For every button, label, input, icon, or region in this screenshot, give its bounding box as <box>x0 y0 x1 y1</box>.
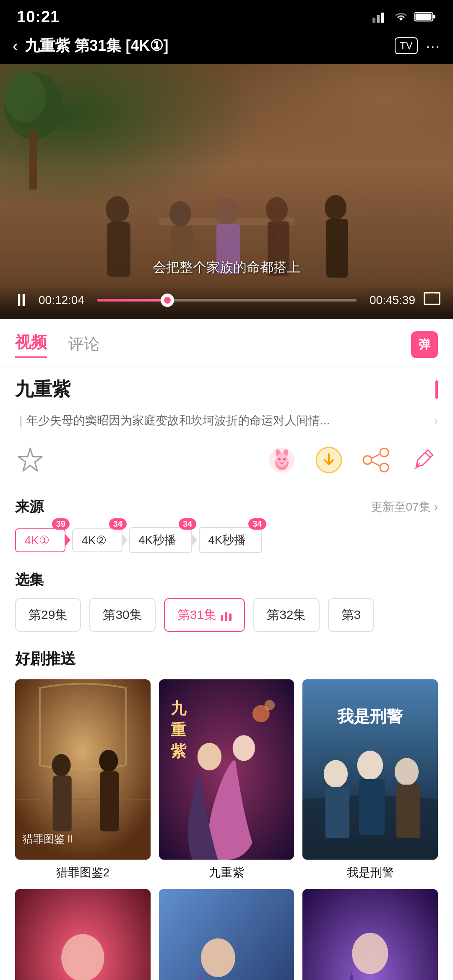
svg-rect-58 <box>325 787 349 838</box>
svg-point-12 <box>106 196 129 223</box>
source-update[interactable]: 更新至07集 › <box>371 499 438 515</box>
svg-point-50 <box>264 700 275 710</box>
episode-button-30[interactable]: 第30集 <box>89 598 155 632</box>
header-title: 九重紫 第31集 [4K①] <box>25 36 168 56</box>
svg-point-57 <box>324 760 348 788</box>
source-tags-row: 4K① 39 4K② 34 4K秒播 34 <box>15 525 438 555</box>
download-button[interactable] <box>314 445 344 475</box>
video-thumbnail: 会把整个家族的命都搭上 <box>0 64 453 319</box>
svg-point-43 <box>52 754 71 776</box>
svg-text:我是刑警: 我是刑警 <box>337 707 404 725</box>
recommend-item-1[interactable]: 猎罪图鉴 II 猎罪图鉴2 <box>15 679 151 881</box>
bar-2 <box>225 612 227 621</box>
source-tag-4k1[interactable]: 4K① 39 <box>15 525 65 555</box>
svg-rect-21 <box>326 219 348 278</box>
signal-icon <box>372 11 388 23</box>
svg-line-37 <box>372 462 380 466</box>
poster-4 <box>15 889 151 980</box>
recommend-item-6[interactable] <box>302 889 438 980</box>
poster-5 <box>159 889 294 980</box>
status-icons <box>372 11 436 23</box>
episode-button-32[interactable]: 第32集 <box>253 598 319 632</box>
svg-point-67 <box>201 938 235 977</box>
svg-point-30 <box>283 458 286 460</box>
header-left: ‹ 九重紫 第31集 [4K①] <box>13 36 168 56</box>
action-row <box>0 433 453 487</box>
svg-rect-62 <box>396 785 420 838</box>
svg-point-14 <box>169 201 191 226</box>
poster-3: 我是刑警 <box>302 679 438 860</box>
video-player[interactable]: 会把整个家族的命都搭上 ⏸ 00:12:04 00:45:39 <box>0 64 453 319</box>
recommend-title-2: 九重紫 <box>159 865 294 881</box>
tabs-left: 视频 评论 <box>15 332 100 358</box>
svg-rect-0 <box>372 18 375 23</box>
show-description: ｜年少失母的窦昭因为家庭变故和坎坷波折的命运对人间情... <box>15 413 430 429</box>
show-desc-row[interactable]: ｜年少失母的窦昭因为家庭变故和坎坷波折的命运对人间情... › <box>15 408 438 433</box>
character-icon-button[interactable] <box>267 445 297 475</box>
svg-text:紫: 紫 <box>171 743 187 760</box>
tab-video[interactable]: 视频 <box>15 332 47 358</box>
wifi-icon <box>393 11 409 23</box>
source-update-arrow: › <box>434 500 438 514</box>
danmu-button[interactable]: 弹 <box>411 331 438 358</box>
svg-point-51 <box>232 735 255 761</box>
svg-rect-46 <box>100 771 119 831</box>
show-info: 九重紫 ｜年少失母的窦昭因为家庭变故和坎坷波折的命运对人间情... › <box>0 367 453 433</box>
source-tag-4ksp2[interactable]: 4K秒播 34 <box>199 525 262 555</box>
source-label: 来源 <box>15 497 44 517</box>
svg-rect-13 <box>107 222 130 277</box>
fullscreen-button[interactable] <box>424 291 440 310</box>
source-section: 来源 更新至07集 › 4K① 39 4K② 34 <box>0 487 453 562</box>
tv-button[interactable]: TV <box>395 37 418 54</box>
progress-bar[interactable] <box>97 299 357 302</box>
back-button[interactable]: ‹ <box>13 36 18 55</box>
more-button[interactable]: ··· <box>426 38 440 54</box>
recommend-item-4[interactable] <box>15 889 151 980</box>
battery-icon <box>414 11 436 23</box>
show-title-row: 九重紫 <box>15 377 438 402</box>
episode-label: 选集 <box>15 570 438 590</box>
show-title: 九重紫 <box>15 377 70 402</box>
recommend-item-2[interactable]: 九 重 紫 九重紫 <box>159 679 294 881</box>
svg-point-29 <box>278 458 281 460</box>
svg-point-33 <box>380 448 388 457</box>
pause-button[interactable]: ⏸ <box>13 290 30 310</box>
recommend-section: 好剧推送 <box>0 640 453 980</box>
tabs-row: 视频 评论 弹 <box>0 319 453 367</box>
svg-line-38 <box>425 452 430 458</box>
svg-rect-22 <box>424 293 440 304</box>
svg-marker-23 <box>18 448 42 471</box>
edit-button[interactable] <box>408 445 438 475</box>
svg-point-35 <box>380 463 388 472</box>
episode-button-29[interactable]: 第29集 <box>15 598 81 632</box>
current-time: 00:12:04 <box>39 294 89 307</box>
recommend-item-3[interactable]: 我是刑警 我是刑警 <box>302 679 438 881</box>
svg-text:九: 九 <box>170 700 187 717</box>
recommend-item-5[interactable] <box>159 889 294 980</box>
poster-6 <box>302 889 438 980</box>
progress-fill <box>97 299 167 302</box>
tab-comment[interactable]: 评论 <box>68 333 100 358</box>
favorite-button[interactable] <box>15 445 45 475</box>
show-title-bar <box>435 380 438 399</box>
poster-1: 猎罪图鉴 II <box>15 679 151 860</box>
source-tag-4ksp1[interactable]: 4K秒播 34 <box>129 525 192 555</box>
svg-point-18 <box>266 197 288 222</box>
desc-arrow: › <box>434 414 438 427</box>
svg-line-36 <box>372 454 380 458</box>
episode-button-31[interactable]: 第31集 <box>164 598 245 632</box>
controls-row: ⏸ 00:12:04 00:45:39 <box>13 290 440 310</box>
source-tag-4k2[interactable]: 4K② 34 <box>72 525 122 555</box>
svg-point-59 <box>357 751 383 780</box>
svg-point-20 <box>325 195 346 220</box>
svg-point-28 <box>276 453 288 467</box>
svg-point-61 <box>395 758 419 785</box>
share-button[interactable] <box>361 445 391 475</box>
svg-text:重: 重 <box>171 721 187 738</box>
episode-scroll[interactable]: 第29集 第30集 第31集 第32集 第3 <box>15 598 438 632</box>
episode-button-33[interactable]: 第3 <box>328 598 375 632</box>
svg-line-40 <box>414 468 418 468</box>
total-time: 00:45:39 <box>365 294 415 307</box>
playing-bars <box>221 609 232 621</box>
progress-thumb[interactable] <box>161 294 174 307</box>
